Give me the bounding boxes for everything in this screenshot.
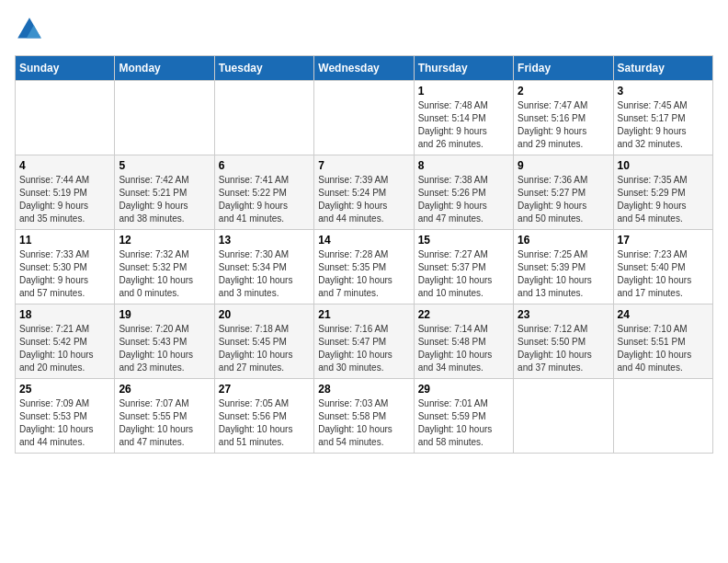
- day-number: 23: [518, 308, 609, 321]
- day-number: 28: [318, 383, 409, 396]
- calendar-week-3: 11Sunrise: 7:33 AMSunset: 5:30 PMDayligh…: [16, 230, 713, 304]
- calendar-cell: 23Sunrise: 7:12 AMSunset: 5:50 PMDayligh…: [514, 304, 613, 379]
- day-number: 11: [19, 234, 110, 247]
- calendar-cell: 24Sunrise: 7:10 AMSunset: 5:51 PMDayligh…: [613, 304, 712, 379]
- calendar-cell: 21Sunrise: 7:16 AMSunset: 5:47 PMDayligh…: [314, 304, 414, 379]
- day-info: Sunrise: 7:10 AMSunset: 5:51 PMDaylight:…: [618, 323, 709, 374]
- day-number: 12: [119, 234, 210, 247]
- day-info: Sunrise: 7:12 AMSunset: 5:50 PMDaylight:…: [518, 323, 609, 374]
- calendar-cell: 4Sunrise: 7:44 AMSunset: 5:19 PMDaylight…: [16, 155, 115, 230]
- calendar-cell: 7Sunrise: 7:39 AMSunset: 5:24 PMDaylight…: [314, 155, 414, 230]
- day-info: Sunrise: 7:05 AMSunset: 5:56 PMDaylight:…: [219, 397, 310, 449]
- calendar-cell: 1Sunrise: 7:48 AMSunset: 5:14 PMDaylight…: [414, 81, 513, 155]
- day-number: 21: [318, 308, 409, 321]
- day-number: 19: [119, 308, 210, 321]
- calendar-week-2: 4Sunrise: 7:44 AMSunset: 5:19 PMDaylight…: [16, 155, 713, 230]
- day-header-monday: Monday: [115, 56, 214, 81]
- calendar-cell: 25Sunrise: 7:09 AMSunset: 5:53 PMDayligh…: [16, 379, 115, 454]
- day-number: 20: [219, 308, 310, 321]
- day-number: 9: [518, 159, 609, 172]
- calendar-cell: [214, 81, 313, 155]
- day-info: Sunrise: 7:01 AMSunset: 5:59 PMDaylight:…: [418, 397, 509, 449]
- day-number: 1: [418, 85, 509, 98]
- day-number: 14: [318, 234, 409, 247]
- day-number: 17: [618, 234, 709, 247]
- day-header-friday: Friday: [514, 56, 613, 81]
- day-number: 7: [318, 159, 409, 172]
- day-info: Sunrise: 7:38 AMSunset: 5:26 PMDaylight:…: [418, 174, 509, 225]
- calendar-cell: 5Sunrise: 7:42 AMSunset: 5:21 PMDaylight…: [115, 155, 214, 230]
- day-info: Sunrise: 7:20 AMSunset: 5:43 PMDaylight:…: [119, 323, 210, 374]
- day-number: 5: [119, 159, 210, 172]
- day-number: 29: [418, 383, 509, 396]
- day-info: Sunrise: 7:32 AMSunset: 5:32 PMDaylight:…: [119, 248, 210, 300]
- day-info: Sunrise: 7:09 AMSunset: 5:53 PMDaylight:…: [19, 397, 110, 449]
- day-info: Sunrise: 7:47 AMSunset: 5:16 PMDaylight:…: [518, 99, 609, 151]
- calendar-cell: 26Sunrise: 7:07 AMSunset: 5:55 PMDayligh…: [115, 379, 214, 454]
- calendar-cell: [514, 379, 613, 454]
- day-info: Sunrise: 7:41 AMSunset: 5:22 PMDaylight:…: [219, 174, 310, 225]
- day-number: 27: [219, 383, 310, 396]
- day-number: 24: [618, 308, 709, 321]
- calendar-cell: 16Sunrise: 7:25 AMSunset: 5:39 PMDayligh…: [514, 230, 613, 304]
- day-number: 2: [518, 85, 609, 98]
- day-number: 25: [19, 383, 110, 396]
- day-number: 3: [618, 85, 709, 98]
- calendar-cell: 14Sunrise: 7:28 AMSunset: 5:35 PMDayligh…: [314, 230, 414, 304]
- logo-icon: [15, 15, 44, 44]
- day-info: Sunrise: 7:45 AMSunset: 5:17 PMDaylight:…: [618, 99, 709, 151]
- calendar-cell: 27Sunrise: 7:05 AMSunset: 5:56 PMDayligh…: [214, 379, 313, 454]
- day-header-thursday: Thursday: [414, 56, 513, 81]
- page-header: [15, 15, 713, 44]
- calendar-cell: 15Sunrise: 7:27 AMSunset: 5:37 PMDayligh…: [414, 230, 513, 304]
- day-number: 16: [518, 234, 609, 247]
- day-header-tuesday: Tuesday: [214, 56, 313, 81]
- calendar-week-4: 18Sunrise: 7:21 AMSunset: 5:42 PMDayligh…: [16, 304, 713, 379]
- calendar-cell: 3Sunrise: 7:45 AMSunset: 5:17 PMDaylight…: [613, 81, 712, 155]
- day-info: Sunrise: 7:27 AMSunset: 5:37 PMDaylight:…: [418, 248, 509, 300]
- day-info: Sunrise: 7:33 AMSunset: 5:30 PMDaylight:…: [19, 248, 110, 300]
- day-info: Sunrise: 7:18 AMSunset: 5:45 PMDaylight:…: [219, 323, 310, 374]
- day-number: 15: [418, 234, 509, 247]
- calendar-cell: 18Sunrise: 7:21 AMSunset: 5:42 PMDayligh…: [16, 304, 115, 379]
- day-info: Sunrise: 7:30 AMSunset: 5:34 PMDaylight:…: [219, 248, 310, 300]
- day-number: 4: [19, 159, 110, 172]
- day-info: Sunrise: 7:16 AMSunset: 5:47 PMDaylight:…: [318, 323, 409, 374]
- day-info: Sunrise: 7:23 AMSunset: 5:40 PMDaylight:…: [618, 248, 709, 300]
- day-info: Sunrise: 7:44 AMSunset: 5:19 PMDaylight:…: [19, 174, 110, 225]
- calendar-cell: [314, 81, 414, 155]
- day-header-saturday: Saturday: [613, 56, 712, 81]
- day-info: Sunrise: 7:36 AMSunset: 5:27 PMDaylight:…: [518, 174, 609, 225]
- day-number: 8: [418, 159, 509, 172]
- calendar-cell: [613, 379, 712, 454]
- calendar-week-5: 25Sunrise: 7:09 AMSunset: 5:53 PMDayligh…: [16, 379, 713, 454]
- day-info: Sunrise: 7:25 AMSunset: 5:39 PMDaylight:…: [518, 248, 609, 300]
- day-info: Sunrise: 7:35 AMSunset: 5:29 PMDaylight:…: [618, 174, 709, 225]
- calendar-cell: 20Sunrise: 7:18 AMSunset: 5:45 PMDayligh…: [214, 304, 313, 379]
- day-number: 22: [418, 308, 509, 321]
- day-info: Sunrise: 7:21 AMSunset: 5:42 PMDaylight:…: [19, 323, 110, 374]
- calendar-cell: 2Sunrise: 7:47 AMSunset: 5:16 PMDaylight…: [514, 81, 613, 155]
- day-info: Sunrise: 7:14 AMSunset: 5:48 PMDaylight:…: [418, 323, 509, 374]
- day-info: Sunrise: 7:39 AMSunset: 5:24 PMDaylight:…: [318, 174, 409, 225]
- calendar-cell: 28Sunrise: 7:03 AMSunset: 5:58 PMDayligh…: [314, 379, 414, 454]
- logo: [15, 15, 48, 44]
- calendar-cell: 13Sunrise: 7:30 AMSunset: 5:34 PMDayligh…: [214, 230, 313, 304]
- day-number: 26: [119, 383, 210, 396]
- calendar-cell: 29Sunrise: 7:01 AMSunset: 5:59 PMDayligh…: [414, 379, 513, 454]
- calendar-cell: 9Sunrise: 7:36 AMSunset: 5:27 PMDaylight…: [514, 155, 613, 230]
- calendar-week-1: 1Sunrise: 7:48 AMSunset: 5:14 PMDaylight…: [16, 81, 713, 155]
- calendar-cell: 11Sunrise: 7:33 AMSunset: 5:30 PMDayligh…: [16, 230, 115, 304]
- calendar-cell: 12Sunrise: 7:32 AMSunset: 5:32 PMDayligh…: [115, 230, 214, 304]
- header-row: SundayMondayTuesdayWednesdayThursdayFrid…: [16, 56, 713, 81]
- calendar-cell: 8Sunrise: 7:38 AMSunset: 5:26 PMDaylight…: [414, 155, 513, 230]
- day-number: 6: [219, 159, 310, 172]
- calendar-cell: [16, 81, 115, 155]
- day-info: Sunrise: 7:03 AMSunset: 5:58 PMDaylight:…: [318, 397, 409, 449]
- day-info: Sunrise: 7:48 AMSunset: 5:14 PMDaylight:…: [418, 99, 509, 151]
- day-header-sunday: Sunday: [16, 56, 115, 81]
- day-number: 10: [618, 159, 709, 172]
- calendar-cell: 6Sunrise: 7:41 AMSunset: 5:22 PMDaylight…: [214, 155, 313, 230]
- day-number: 18: [19, 308, 110, 321]
- calendar-cell: [115, 81, 214, 155]
